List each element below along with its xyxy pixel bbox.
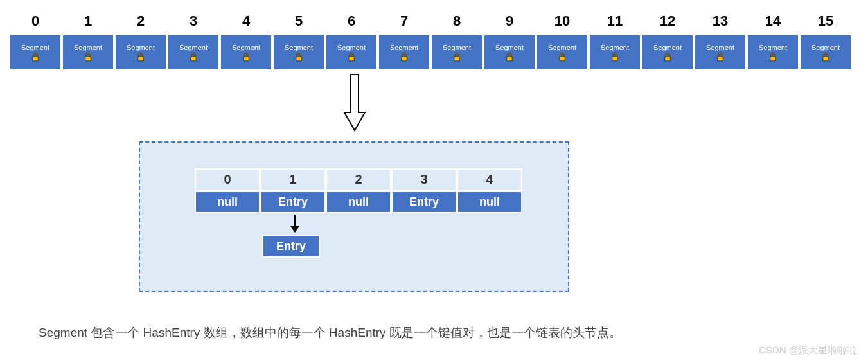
entry-header-cell: 4 [457, 168, 522, 191]
entry-header-cell: 0 [195, 168, 260, 191]
segment-index: 5 [295, 13, 303, 30]
segment-label: Segment [759, 44, 787, 51]
segment-index: 1 [84, 13, 92, 30]
svg-rect-0 [351, 74, 359, 112]
segment-col: 4 Segment [220, 13, 272, 70]
segment-col: 0 Segment [10, 13, 61, 70]
segment-label: Segment [232, 44, 260, 51]
segment-box: Segment [431, 35, 483, 70]
segment-index: 15 [818, 13, 833, 30]
lock-icon [347, 53, 356, 62]
segment-detail-panel: 0 1 2 3 4 null Entry null Entry null Ent… [139, 141, 569, 292]
segment-col: 3 Segment [168, 13, 219, 70]
segment-index: 2 [137, 13, 145, 30]
lock-icon [294, 53, 303, 62]
linked-entry-node: Entry [262, 235, 320, 258]
segment-box: Segment [273, 35, 324, 70]
segment-label: Segment [495, 44, 524, 51]
segment-index: 6 [348, 13, 355, 30]
segment-label: Segment [285, 44, 313, 51]
segment-label: Segment [179, 44, 208, 51]
segment-label: Segment [337, 44, 366, 51]
segments-row: 0 Segment 1 Segment 2 Segment 3 Segment … [0, 13, 868, 70]
segment-box: Segment [695, 35, 746, 70]
segment-index: 14 [765, 13, 781, 30]
hash-entry-array: 0 1 2 3 4 null Entry null Entry null [195, 168, 522, 213]
lock-icon [505, 53, 514, 62]
segment-col: 12 Segment [642, 13, 693, 70]
segment-label: Segment [653, 44, 682, 51]
segment-box: Segment [168, 35, 219, 70]
segment-box: Segment [220, 35, 272, 70]
entry-body-cell: Entry [391, 191, 457, 213]
segment-label: Segment [548, 44, 576, 51]
lock-icon [768, 53, 777, 62]
segment-label: Segment [390, 44, 418, 51]
segment-label: Segment [443, 44, 471, 51]
segment-box: Segment [62, 35, 114, 70]
entry-header-cell: 2 [326, 168, 391, 191]
entry-body-cell: null [326, 191, 391, 213]
entry-header-cell: 1 [260, 168, 326, 191]
arrow-down-icon [342, 74, 368, 132]
segment-box: Segment [115, 35, 166, 70]
arrow-down-icon [289, 215, 301, 233]
lock-icon [452, 53, 461, 62]
lock-icon [31, 53, 40, 62]
segment-index: 4 [242, 13, 250, 30]
lock-icon [84, 53, 93, 62]
lock-icon [558, 53, 567, 62]
lock-icon [821, 53, 830, 62]
segment-col: 14 Segment [747, 13, 799, 70]
segment-col: 11 Segment [589, 13, 641, 70]
segment-col: 10 Segment [536, 13, 588, 70]
segment-index: 10 [554, 13, 570, 30]
lock-icon [189, 53, 198, 62]
lock-icon [716, 53, 725, 62]
segment-label: Segment [21, 44, 49, 51]
segment-col: 6 Segment [326, 13, 377, 70]
segment-index: 8 [453, 13, 461, 30]
segment-index: 11 [607, 13, 623, 30]
entry-header-row: 0 1 2 3 4 [195, 168, 522, 191]
lock-icon [136, 53, 145, 62]
segment-col: 1 Segment [62, 13, 114, 70]
lock-icon [663, 53, 672, 62]
segment-box: Segment [642, 35, 693, 70]
segment-col: 5 Segment [273, 13, 324, 70]
segment-label: Segment [601, 44, 629, 51]
segment-index: 9 [506, 13, 513, 30]
segment-box: Segment [747, 35, 799, 70]
diagram-caption: Segment 包含一个 HashEntry 数组，数组中的每一个 HashEn… [39, 324, 621, 341]
svg-rect-2 [351, 111, 358, 114]
segment-box: Segment [800, 35, 851, 70]
segment-box: Segment [378, 35, 430, 70]
entry-body-row: null Entry null Entry null [195, 191, 522, 213]
segment-label: Segment [74, 44, 102, 51]
segment-col: 8 Segment [431, 13, 483, 70]
svg-marker-1 [344, 112, 365, 130]
segment-label: Segment [811, 44, 840, 51]
entry-body-cell: Entry [260, 191, 326, 213]
segment-index: 13 [713, 13, 728, 30]
svg-marker-4 [290, 226, 299, 233]
segment-box: Segment [589, 35, 641, 70]
lock-icon [400, 53, 409, 62]
segment-index: 12 [660, 13, 675, 30]
segment-box: Segment [326, 35, 377, 70]
lock-icon [610, 53, 619, 62]
entry-body-cell: null [195, 191, 260, 213]
entry-header-cell: 3 [391, 168, 457, 191]
segment-box: Segment [10, 35, 61, 70]
segment-col: 13 Segment [695, 13, 746, 70]
segment-col: 9 Segment [484, 13, 535, 70]
segment-col: 7 Segment [378, 13, 430, 70]
segment-label: Segment [706, 44, 734, 51]
segment-index: 3 [190, 13, 197, 30]
segment-index: 7 [400, 13, 408, 30]
segment-col: 2 Segment [115, 13, 166, 70]
watermark: CSDN @派大星啦啦啦 [759, 344, 856, 357]
lock-icon [242, 53, 251, 62]
segment-box: Segment [484, 35, 535, 70]
entry-body-cell: null [457, 191, 522, 213]
